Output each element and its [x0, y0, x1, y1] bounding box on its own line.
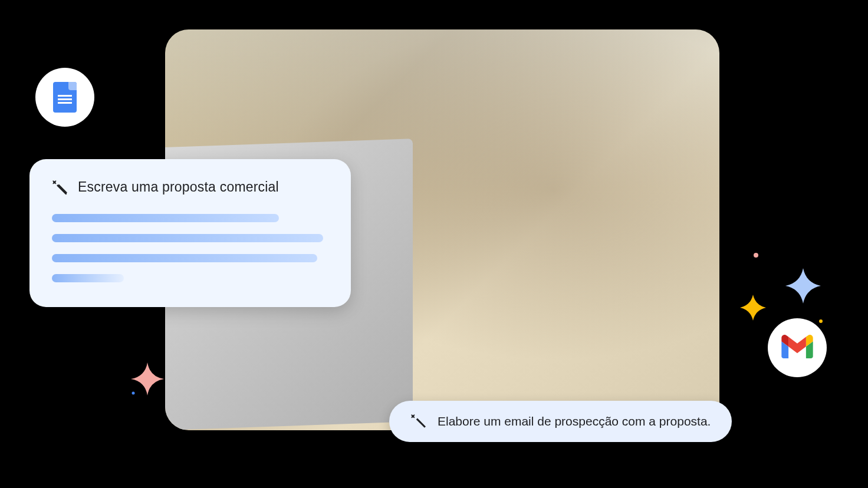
- svg-point-4: [819, 319, 823, 323]
- svg-point-2: [132, 392, 135, 395]
- gmail-icon: [781, 335, 813, 361]
- magic-wand-icon: [52, 180, 67, 195]
- sparkle-decoration-pink: [131, 362, 164, 395]
- google-docs-icon: [53, 82, 77, 113]
- text-line: [52, 254, 317, 262]
- svg-point-0: [54, 182, 55, 183]
- svg-point-1: [412, 416, 413, 417]
- svg-point-3: [754, 253, 758, 258]
- sparkle-decoration-cluster: [732, 250, 827, 327]
- gmail-prompt-pill: Elabore um email de prospecção com a pro…: [389, 401, 732, 442]
- text-line: [52, 234, 323, 242]
- google-docs-badge: [35, 68, 94, 127]
- prompt-pill-text: Elabore um email de prospecção com a pro…: [438, 414, 711, 428]
- prompt-card-title: Escreva uma proposta comercial: [78, 179, 279, 195]
- prompt-header: Escreva uma proposta comercial: [52, 179, 328, 195]
- text-line: [52, 274, 124, 282]
- docs-prompt-card: Escreva uma proposta comercial: [29, 159, 351, 307]
- text-line: [52, 214, 279, 222]
- magic-wand-icon: [410, 414, 426, 429]
- generated-text-placeholder: [52, 214, 328, 282]
